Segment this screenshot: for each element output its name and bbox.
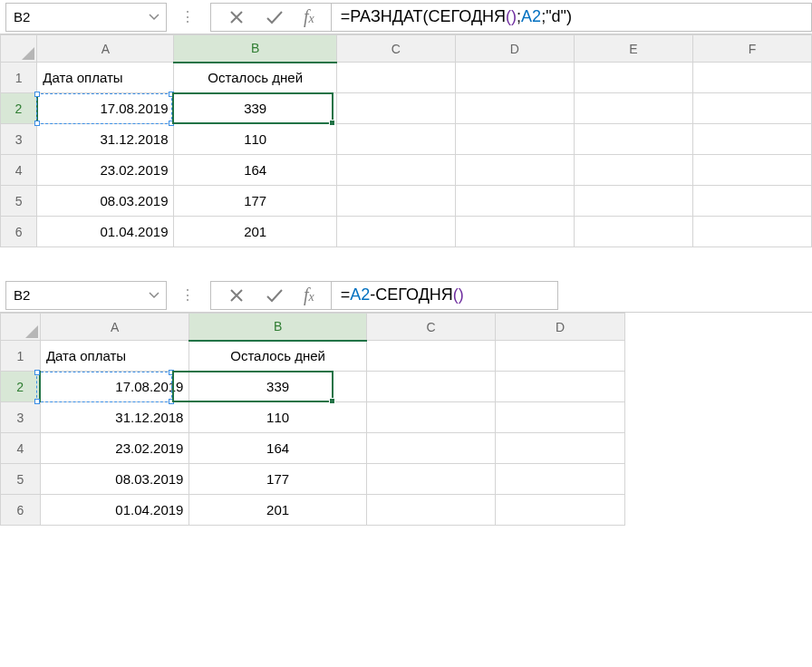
- spreadsheet-grid[interactable]: A B C D 1 Дата оплаты Осталось дней 2 17…: [0, 313, 625, 526]
- cell[interactable]: [692, 186, 811, 217]
- cell[interactable]: [455, 93, 574, 124]
- cell[interactable]: 01.04.2019: [40, 495, 189, 526]
- cell[interactable]: [336, 63, 455, 93]
- cell[interactable]: Дата оплаты: [37, 63, 174, 93]
- cell[interactable]: [574, 63, 692, 93]
- cancel-icon[interactable]: [227, 286, 246, 304]
- cell[interactable]: 08.03.2019: [40, 464, 189, 495]
- col-header-b[interactable]: B: [189, 314, 366, 341]
- row-header[interactable]: 1: [1, 341, 41, 372]
- name-box-dropdown-icon[interactable]: [146, 287, 162, 304]
- cell[interactable]: 31.12.2018: [40, 402, 189, 433]
- cell[interactable]: [366, 341, 496, 372]
- cell[interactable]: 17.08.2019: [37, 93, 174, 124]
- insert-function-icon[interactable]: fx: [304, 285, 314, 305]
- row-header[interactable]: 1: [1, 63, 37, 93]
- cell[interactable]: 110: [174, 124, 336, 155]
- cell[interactable]: [496, 341, 625, 372]
- cell[interactable]: [574, 124, 692, 155]
- cell[interactable]: 177: [174, 186, 336, 217]
- cell[interactable]: [455, 217, 574, 247]
- cell[interactable]: 339: [189, 372, 366, 402]
- spreadsheet-block-1: B2 ⋮ fx =РАЗНДАТ(СЕГОДНЯ();A2;"d"): [0, 0, 812, 247]
- cell[interactable]: [336, 217, 455, 247]
- cell[interactable]: [336, 124, 455, 155]
- row-header[interactable]: 6: [1, 217, 37, 247]
- enter-icon[interactable]: [266, 8, 284, 26]
- cell[interactable]: [366, 402, 496, 433]
- cell[interactable]: [455, 186, 574, 217]
- row-header[interactable]: 4: [1, 155, 37, 186]
- col-header-f[interactable]: F: [692, 35, 811, 63]
- col-header-a[interactable]: A: [40, 314, 189, 341]
- row-header[interactable]: 5: [1, 186, 37, 217]
- enter-icon[interactable]: [266, 286, 284, 304]
- cell[interactable]: [336, 186, 455, 217]
- cell[interactable]: 01.04.2019: [37, 217, 174, 247]
- cell[interactable]: [336, 93, 455, 124]
- formula-input[interactable]: =A2-СЕГОДНЯ(): [332, 281, 558, 310]
- row-header[interactable]: 3: [1, 402, 41, 433]
- cell[interactable]: 177: [189, 464, 366, 495]
- cell[interactable]: [496, 495, 625, 526]
- formula-input[interactable]: =РАЗНДАТ(СЕГОДНЯ();A2;"d"): [332, 3, 812, 32]
- cell[interactable]: [692, 155, 811, 186]
- cell[interactable]: 110: [189, 402, 366, 433]
- select-all-corner[interactable]: [1, 35, 37, 63]
- col-header-c[interactable]: C: [336, 35, 455, 63]
- insert-function-icon[interactable]: fx: [304, 6, 314, 27]
- cell[interactable]: [366, 495, 496, 526]
- row-header[interactable]: 5: [1, 464, 41, 495]
- cell[interactable]: 23.02.2019: [40, 433, 189, 464]
- cell[interactable]: [455, 124, 574, 155]
- cell[interactable]: [455, 155, 574, 186]
- cell[interactable]: 23.02.2019: [37, 155, 174, 186]
- cell[interactable]: [336, 155, 455, 186]
- row-header[interactable]: 3: [1, 124, 37, 155]
- name-box[interactable]: B2: [5, 3, 167, 32]
- cell[interactable]: 201: [174, 217, 336, 247]
- cell[interactable]: [366, 433, 496, 464]
- cell[interactable]: [692, 124, 811, 155]
- select-all-corner[interactable]: [1, 314, 41, 341]
- col-header-d[interactable]: D: [455, 35, 574, 63]
- cell[interactable]: Дата оплаты: [40, 341, 189, 372]
- cell[interactable]: [496, 402, 625, 433]
- cell[interactable]: [366, 372, 496, 402]
- name-box[interactable]: B2: [5, 281, 167, 310]
- cell[interactable]: [496, 464, 625, 495]
- cell[interactable]: [574, 217, 692, 247]
- name-box-dropdown-icon[interactable]: [146, 9, 162, 25]
- formula-bar: B2 ⋮ fx =РАЗНДАТ(СЕГОДНЯ();A2;"d"): [0, 0, 812, 34]
- cell[interactable]: 17.08.2019: [40, 372, 189, 402]
- cell[interactable]: 201: [189, 495, 366, 526]
- cell[interactable]: Осталось дней: [174, 63, 336, 93]
- cell[interactable]: [692, 217, 811, 247]
- col-header-d[interactable]: D: [496, 314, 625, 341]
- col-header-c[interactable]: C: [366, 314, 496, 341]
- cell[interactable]: 164: [189, 433, 366, 464]
- col-header-a[interactable]: A: [37, 35, 174, 63]
- cell[interactable]: 08.03.2019: [37, 186, 174, 217]
- row-header[interactable]: 2: [1, 372, 41, 402]
- cell[interactable]: [574, 155, 692, 186]
- cell[interactable]: 164: [174, 155, 336, 186]
- row-header[interactable]: 2: [1, 93, 37, 124]
- cell[interactable]: [496, 433, 625, 464]
- cell[interactable]: [574, 186, 692, 217]
- cell[interactable]: [574, 93, 692, 124]
- col-header-b[interactable]: B: [174, 35, 336, 63]
- col-header-e[interactable]: E: [574, 35, 692, 63]
- row-header[interactable]: 6: [1, 495, 41, 526]
- cell[interactable]: Осталось дней: [189, 341, 366, 372]
- row-header[interactable]: 4: [1, 433, 41, 464]
- cell[interactable]: [366, 464, 496, 495]
- spreadsheet-grid[interactable]: A B C D E F 1 Дата оплаты Осталось дней: [0, 34, 812, 247]
- cell[interactable]: 31.12.2018: [37, 124, 174, 155]
- cell[interactable]: [692, 93, 811, 124]
- cancel-icon[interactable]: [227, 8, 246, 26]
- cell[interactable]: [496, 372, 625, 402]
- cell[interactable]: [455, 63, 574, 93]
- cell[interactable]: [692, 63, 811, 93]
- cell[interactable]: 339: [174, 93, 336, 124]
